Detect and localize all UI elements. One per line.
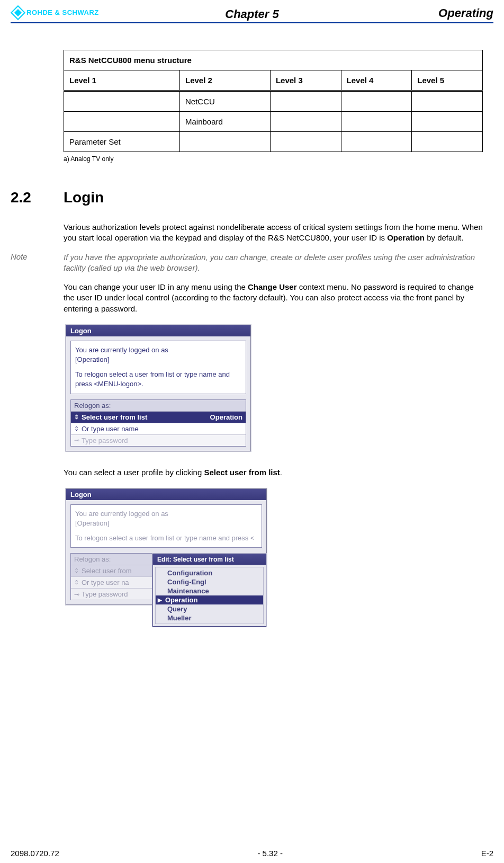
- page-footer: 2098.0720.72 - 5.32 - E-2: [11, 849, 493, 858]
- logon-panel-with-popup: Logon You are currently logged on as [Op…: [66, 488, 267, 606]
- paragraph-1: Various authorization levels protect aga…: [64, 222, 483, 244]
- table-row: NetCCU: [64, 91, 483, 112]
- popup-item-config-engl[interactable]: Config-Engl: [156, 577, 263, 586]
- section-heading: 2.2Login: [11, 189, 483, 206]
- paragraph-2: You can change your user ID in any menu …: [64, 282, 483, 314]
- popup-item-mueller[interactable]: Mueller: [156, 613, 263, 622]
- updown-icon: ⇕: [74, 414, 82, 421]
- table-footnote: a) Analog TV only: [64, 155, 483, 163]
- popup-item-operation[interactable]: Operation: [156, 595, 263, 604]
- chapter-label: Chapter 5: [0, 7, 504, 21]
- logon-title: Logon: [66, 325, 250, 336]
- table-header-level4: Level 4: [341, 70, 412, 91]
- footer-right: E-2: [481, 849, 493, 858]
- select-user-from-list-row[interactable]: ⇕ Select user from list Operation: [71, 412, 246, 423]
- popup-item-configuration[interactable]: Configuration: [156, 568, 263, 577]
- relogon-header: Relogon as:: [71, 400, 246, 412]
- key-icon: [74, 591, 82, 598]
- logon-info-box: You are currently logged on as [Operatio…: [70, 504, 262, 548]
- section-number: 2.2: [11, 189, 64, 206]
- table-header-level2: Level 2: [179, 70, 270, 91]
- footer-left: 2098.0720.72: [11, 849, 59, 858]
- table-header-level3: Level 3: [270, 70, 341, 91]
- note-label: Note: [11, 252, 64, 274]
- edit-select-user-popup: Edit: Select user from list Configuratio…: [152, 554, 266, 627]
- table-row: Mainboard: [64, 112, 483, 132]
- relogon-box: Relogon as: ⇕ Select user from list Oper…: [70, 399, 246, 447]
- paragraph-3: You can select a user profile by clickin…: [64, 467, 483, 478]
- table-header-level1: Level 1: [64, 70, 180, 91]
- type-password-row[interactable]: Type password: [71, 435, 246, 446]
- note-text: If you have the appropriate authorizatio…: [64, 252, 483, 274]
- logon-info-box: You are currently logged on as [Operatio…: [70, 341, 246, 394]
- footer-center: - 5.32 -: [257, 849, 283, 858]
- popup-item-query[interactable]: Query: [156, 604, 263, 613]
- logon-panel: Logon You are currently logged on as [Op…: [66, 325, 251, 451]
- updown-icon: ⇕: [74, 425, 82, 432]
- updown-icon: ⇕: [74, 579, 82, 586]
- type-user-name-row[interactable]: ⇕ Or type user name: [71, 423, 246, 435]
- updown-icon: ⇕: [74, 567, 82, 574]
- menu-structure-table: R&S NetCCU800 menu structure Level 1 Lev…: [64, 50, 483, 152]
- popup-title: Edit: Select user from list: [153, 554, 266, 565]
- table-header-level5: Level 5: [412, 70, 483, 91]
- table-title: R&S NetCCU800 menu structure: [64, 50, 483, 70]
- logon-title: Logon: [66, 489, 266, 500]
- popup-item-maintenance[interactable]: Maintenance: [156, 586, 263, 595]
- section-title: Login: [64, 189, 104, 206]
- key-icon: [74, 437, 82, 444]
- table-row: Parameter Set: [64, 132, 483, 152]
